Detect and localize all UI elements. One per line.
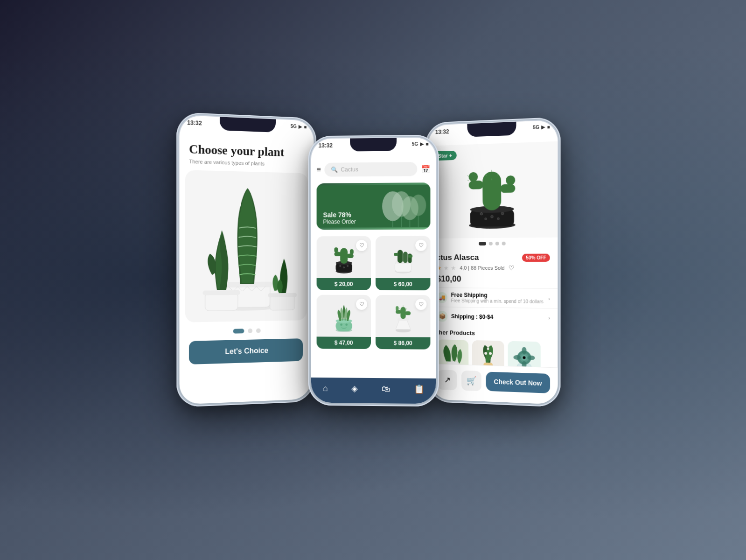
notch-center: [350, 138, 397, 152]
product-card-4[interactable]: ♡ $ 86,00: [375, 295, 430, 350]
svg-line-47: [399, 308, 400, 309]
chevron-icon-1: ›: [548, 295, 550, 301]
cactus-detail-svg: [446, 152, 539, 229]
svg-rect-4: [202, 290, 240, 295]
lets-choice-button[interactable]: Let's Choice: [188, 338, 302, 364]
phone-left-screen: 13:32 5G ▶ ■ Choose your plant There are…: [179, 115, 314, 405]
svg-rect-44: [395, 310, 401, 314]
search-bar: ≡ 🔍 Cactus 📅: [311, 158, 436, 181]
home-nav-icon[interactable]: ⌂: [322, 384, 328, 393]
center-phone-content: ≡ 🔍 Cactus 📅: [311, 138, 436, 404]
rating-row: ★ ★ ★ 4,0 | 88 Pieces Sold ♡: [436, 264, 550, 272]
left-phone-content: Choose your plant There are various type…: [179, 115, 314, 405]
svg-point-25: [343, 266, 344, 268]
product-card-3[interactable]: ♡ $ 47,00: [316, 295, 370, 349]
phone-center-screen: 13:32 5G ▶ ■ ≡ 🔍 Cactus 📅: [311, 138, 436, 404]
banner-text: Sale 78% Please Order: [316, 206, 430, 230]
svg-rect-23: [349, 249, 353, 254]
product-price-1: $ 20,00: [316, 278, 370, 290]
banner-subtitle: Please Order: [323, 218, 424, 225]
phone-left: 13:32 5G ▶ ■ Choose your plant There are…: [176, 112, 316, 407]
wishlist-button-1[interactable]: ♡: [356, 240, 367, 251]
menu-icon[interactable]: ≡: [316, 166, 321, 174]
dot-2-left[interactable]: [248, 329, 252, 333]
svg-rect-6: [268, 293, 296, 297]
share-button[interactable]: ↗: [437, 370, 457, 390]
image-dot-2[interactable]: [488, 242, 492, 245]
clipboard-nav-icon[interactable]: 📋: [413, 384, 424, 394]
banner-title: Sale 78%: [323, 211, 424, 219]
left-header: Choose your plant There are various type…: [179, 139, 314, 174]
svg-point-56: [501, 212, 503, 215]
bottom-navigation: ⌂ ◈ 🛍 📋: [311, 378, 436, 404]
dot-3-left[interactable]: [256, 328, 260, 333]
calendar-icon[interactable]: 📅: [421, 165, 430, 174]
svg-rect-62: [500, 184, 515, 193]
page-title-left: Choose your plant: [189, 143, 305, 160]
notch-right: [467, 122, 516, 137]
svg-point-55: [490, 215, 493, 218]
free-shipping-info: 🚚 Free Shipping Free Shipping with a min…: [436, 292, 543, 304]
svg-rect-46: [404, 311, 410, 315]
product-card-1[interactable]: ♡ $ 20,00: [316, 236, 370, 290]
free-shipping-row[interactable]: 🚚 Free Shipping Free Shipping with a min…: [429, 287, 558, 308]
star-2: ★: [443, 264, 449, 271]
standard-shipping-info: 📦 Shipping : $0-$4: [437, 311, 493, 323]
svg-rect-3: [205, 293, 237, 311]
svg-rect-30: [397, 250, 402, 263]
chevron-icon-2: ›: [548, 315, 550, 321]
search-input-wrap[interactable]: 🔍 Cactus: [324, 162, 417, 176]
svg-point-26: [347, 265, 348, 266]
svg-rect-19: [340, 248, 347, 264]
status-time-center: 13:32: [318, 142, 332, 149]
wishlist-button-2[interactable]: ♡: [415, 240, 426, 251]
svg-rect-34: [408, 254, 412, 257]
wishlist-button-3[interactable]: ♡: [356, 299, 367, 310]
wishlist-button-4[interactable]: ♡: [415, 299, 426, 310]
standard-shipping-row[interactable]: 📦 Shipping : $0-$4 ›: [429, 307, 558, 328]
dot-active-left[interactable]: [233, 329, 244, 333]
box-nav-icon[interactable]: ◈: [351, 384, 358, 394]
image-dot-4[interactable]: [502, 242, 505, 245]
free-shipping-text: Free Shipping Free Shipping with a min. …: [451, 292, 543, 304]
checkout-bottom-bar: ↗ 🛒 Check Out Now: [430, 364, 558, 404]
svg-point-24: [339, 265, 341, 266]
product-image-dots: [429, 238, 558, 250]
svg-rect-31: [403, 252, 407, 263]
svg-point-54: [480, 212, 482, 215]
promo-banner[interactable]: Sale 78% Please Order: [316, 182, 430, 230]
svg-rect-5: [270, 295, 294, 310]
page-subtitle-left: There are various types of plants: [189, 158, 304, 168]
product-name: ctus Alasca: [436, 253, 479, 262]
svg-rect-43: [400, 307, 405, 319]
right-phone-content: Star +: [428, 120, 558, 404]
svg-rect-22: [347, 253, 353, 258]
status-icons-center: 5G ▶ ■: [411, 141, 428, 147]
plant-hero-image: [185, 170, 307, 322]
product-card-2[interactable]: ♡ $ 60,00: [375, 236, 430, 290]
discount-badge: 50% OFF: [522, 253, 550, 261]
svg-rect-33: [393, 252, 398, 255]
rating-value: 4,0 | 88 Pieces Sold: [460, 265, 504, 271]
status-time-right: 13:32: [435, 128, 449, 135]
svg-point-58: [497, 217, 499, 220]
product-grid: ♡ $ 20,00: [311, 232, 436, 353]
product-detail-image: Star +: [428, 141, 558, 238]
bag-nav-icon[interactable]: 🛍: [381, 384, 390, 394]
phone-right: 13:32 5G ▶ ■ Star +: [425, 117, 560, 407]
product-wishlist-icon[interactable]: ♡: [508, 264, 514, 272]
product-price-2: $ 60,00: [375, 278, 430, 290]
snake-plant-svg: [186, 179, 307, 313]
status-time-left: 13:32: [187, 119, 202, 127]
svg-rect-59: [482, 171, 501, 210]
svg-point-57: [484, 218, 487, 220]
image-dot-3[interactable]: [495, 242, 499, 245]
svg-rect-60: [468, 181, 483, 189]
carousel-dots-left: [179, 320, 312, 341]
product-price-3: $ 47,00: [316, 336, 370, 349]
status-icons-left: 5G ▶ ■: [290, 124, 306, 129]
phone-center: 13:32 5G ▶ ■ ≡ 🔍 Cactus 📅: [308, 135, 439, 407]
image-dot-1[interactable]: [479, 242, 486, 245]
cart-button[interactable]: 🛒: [461, 371, 481, 391]
checkout-now-button[interactable]: Check Out Now: [486, 372, 550, 393]
